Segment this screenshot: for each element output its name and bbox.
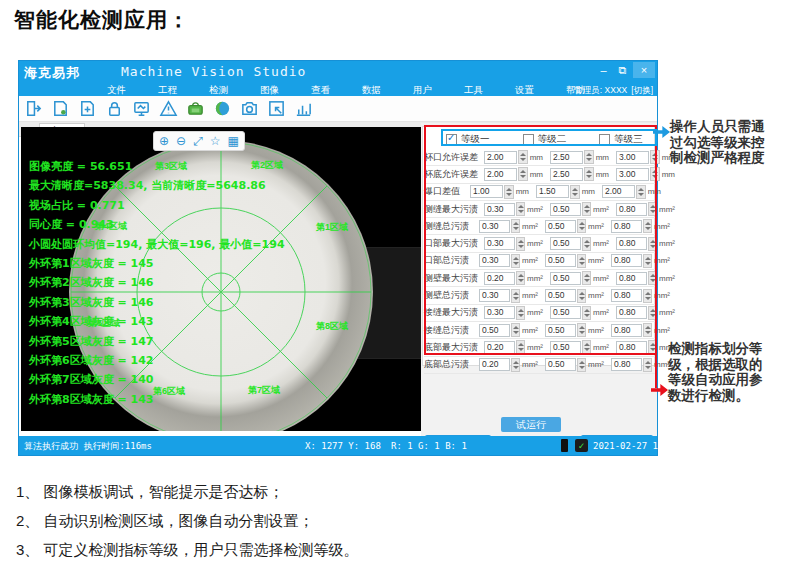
spinner-icon[interactable]	[584, 150, 594, 164]
level-checkbox[interactable]	[523, 134, 534, 145]
level3-value-input[interactable]: 0.80	[616, 203, 647, 216]
level3-value-input[interactable]: 0.80	[616, 237, 647, 250]
spinner-icon[interactable]	[511, 219, 520, 233]
fit-view-icon[interactable]: ⤢	[193, 133, 203, 149]
spinner-icon[interactable]	[577, 289, 586, 303]
level2-value-input[interactable]: 0.50	[550, 306, 581, 319]
spinner-icon[interactable]	[648, 271, 657, 285]
spinner-icon[interactable]	[648, 202, 657, 216]
exit-icon[interactable]	[23, 99, 43, 119]
level-checkbox[interactable]	[446, 134, 457, 145]
spinner-icon[interactable]	[643, 323, 652, 337]
level2-value-input[interactable]: 0.50	[545, 220, 576, 233]
camera-icon[interactable]	[239, 99, 259, 119]
spinner-icon[interactable]	[643, 358, 652, 372]
spinner-icon[interactable]	[518, 167, 528, 181]
level1-value-input[interactable]: 0.30	[484, 203, 515, 216]
level-option[interactable]: 等级二	[523, 131, 578, 147]
spinner-icon[interactable]	[582, 237, 591, 251]
spinner-icon[interactable]	[516, 202, 525, 216]
window-titlebar[interactable]: 海克易邦 Machine Vision Studio – ⧉ ×	[19, 61, 657, 83]
spinner-icon[interactable]	[643, 219, 652, 233]
level2-value-input[interactable]: 0.50	[550, 203, 581, 216]
level1-value-input[interactable]: 0.50	[479, 324, 510, 337]
spinner-icon[interactable]	[577, 358, 586, 372]
level2-value-input[interactable]: 0.50	[550, 237, 581, 250]
spinner-icon[interactable]	[511, 358, 520, 372]
level3-value-input[interactable]: 2.00	[602, 185, 635, 198]
spinner-icon[interactable]	[516, 237, 525, 251]
save-image-icon[interactable]: ▦	[228, 133, 239, 149]
spinner-icon[interactable]	[504, 185, 514, 199]
level-option[interactable]: 等级一	[446, 131, 501, 147]
sphere-icon[interactable]	[212, 99, 232, 119]
level3-value-input[interactable]: 0.80	[611, 358, 642, 371]
level1-value-input[interactable]: 0.30	[484, 237, 515, 250]
spinner-icon[interactable]	[516, 340, 525, 354]
spinner-icon[interactable]	[516, 306, 525, 320]
level2-value-input[interactable]: 0.50	[550, 272, 581, 285]
menu-item[interactable]: 用户	[397, 83, 448, 97]
menu-item[interactable]: 工程	[142, 83, 193, 97]
level2-value-input[interactable]: 1.50	[536, 185, 569, 198]
level1-value-input[interactable]: 0.30	[484, 306, 515, 319]
spinner-icon[interactable]	[650, 150, 660, 164]
level-checkbox[interactable]	[599, 134, 610, 145]
restore-icon[interactable]: ⧉	[614, 62, 631, 78]
spinner-icon[interactable]	[648, 306, 657, 320]
spinner-icon[interactable]	[577, 254, 586, 268]
level1-value-input[interactable]: 0.30	[479, 220, 510, 233]
trial-run-button[interactable]: 试运行	[501, 417, 561, 432]
minimize-icon[interactable]: –	[595, 62, 612, 78]
menu-item[interactable]: 检测	[193, 83, 244, 97]
spinner-icon[interactable]	[577, 323, 586, 337]
spinner-icon[interactable]	[636, 185, 646, 199]
close-icon[interactable]: ×	[633, 62, 655, 78]
level2-value-input[interactable]: 0.50	[545, 289, 576, 302]
spinner-icon[interactable]	[518, 150, 528, 164]
level1-value-input[interactable]: 1.00	[470, 185, 503, 198]
level-option[interactable]: 等级三	[599, 131, 654, 147]
lock-icon[interactable]	[104, 99, 124, 119]
level3-value-input[interactable]: 0.80	[616, 306, 647, 319]
capture-icon[interactable]	[266, 99, 286, 119]
spinner-icon[interactable]	[516, 271, 525, 285]
image-viewport[interactable]: 图像亮度 = 56.651最大清晰度=5838.34, 当前清晰度=5648.8…	[21, 127, 421, 431]
level1-value-input[interactable]: 0.30	[479, 289, 510, 302]
menu-item[interactable]: 查看	[295, 83, 346, 97]
menu-item[interactable]: 文件	[91, 83, 142, 97]
warning-icon[interactable]	[158, 99, 178, 119]
level1-value-input[interactable]: 2.00	[484, 151, 517, 164]
level1-value-input[interactable]: 0.20	[484, 341, 515, 354]
level3-value-input[interactable]: 0.80	[616, 341, 647, 354]
level2-value-input[interactable]: 0.50	[545, 358, 576, 371]
level3-value-input[interactable]: 0.80	[611, 254, 642, 267]
spinner-icon[interactable]	[584, 167, 594, 181]
camera-bag-icon[interactable]	[185, 99, 205, 119]
level2-value-input[interactable]: 2.50	[550, 151, 583, 164]
level2-value-input[interactable]: 0.50	[545, 254, 576, 267]
level1-value-input[interactable]: 2.00	[484, 168, 517, 181]
spinner-icon[interactable]	[643, 289, 652, 303]
zoom-in-icon[interactable]: ⊕	[159, 133, 169, 149]
menu-item[interactable]: 数据	[346, 83, 397, 97]
favorite-icon[interactable]: ☆	[210, 133, 221, 149]
spinner-icon[interactable]	[650, 167, 660, 181]
spinner-icon[interactable]	[570, 185, 580, 199]
menu-item[interactable]: 工具	[448, 83, 499, 97]
level1-value-input[interactable]: 0.20	[479, 358, 510, 371]
level2-value-input[interactable]: 0.50	[550, 341, 581, 354]
level3-value-input[interactable]: 0.80	[611, 324, 642, 337]
spinner-icon[interactable]	[511, 323, 520, 337]
report-icon[interactable]	[50, 99, 70, 119]
level3-value-input[interactable]: 0.80	[611, 220, 642, 233]
level3-value-input[interactable]: 3.00	[616, 168, 649, 181]
spinner-icon[interactable]	[582, 340, 591, 354]
spinner-icon[interactable]	[577, 219, 586, 233]
spinner-icon[interactable]	[582, 271, 591, 285]
switch-user-link[interactable]: [切换]	[631, 84, 653, 96]
spinner-icon[interactable]	[511, 289, 520, 303]
level1-value-input[interactable]: 0.30	[479, 254, 510, 267]
level1-value-input[interactable]: 0.20	[484, 272, 515, 285]
spinner-icon[interactable]	[582, 306, 591, 320]
